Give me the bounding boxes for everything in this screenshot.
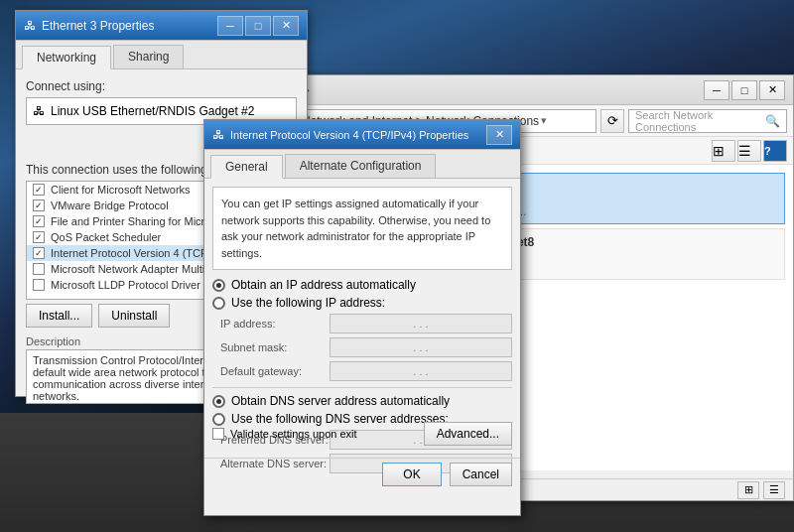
- obtain-ip-auto-row[interactable]: Obtain an IP address automatically: [212, 278, 512, 292]
- section-divider: [212, 387, 512, 388]
- use-following-ip-row[interactable]: Use the following IP address:: [212, 296, 512, 310]
- minimize-button[interactable]: ─: [704, 80, 729, 100]
- tcp-bottom: Validate settings upon exit Advanced... …: [204, 418, 520, 490]
- toolbar-view-icons: ⊞ ☰ ?: [712, 140, 787, 162]
- info-box: You can get IP settings assigned automat…: [212, 187, 512, 270]
- tcp-icon: 🖧: [212, 128, 224, 142]
- validate-label: Validate settings upon exit: [230, 428, 357, 440]
- large-icon-view[interactable]: ⊞: [712, 140, 735, 162]
- item-label-4: Internet Protocol Version 4 (TCP/...: [51, 247, 220, 259]
- use-following-ip-radio[interactable]: [212, 297, 225, 310]
- ok-cancel-row: OK Cancel: [204, 458, 520, 490]
- refresh-button[interactable]: ⟳: [600, 109, 624, 133]
- cancel-button[interactable]: Cancel: [450, 463, 512, 486]
- tcp-window-controls[interactable]: ✕: [486, 125, 512, 145]
- tab-networking[interactable]: Networking: [22, 46, 111, 69]
- uninstall-button[interactable]: Uninstall: [98, 304, 170, 328]
- connect-using-value: Linux USB Ethernet/RNDIS Gadget #2: [51, 104, 254, 118]
- checkbox-4[interactable]: [33, 247, 45, 259]
- search-placeholder: Search Network Connections: [635, 109, 761, 133]
- checkbox-3[interactable]: [33, 231, 45, 243]
- tcpip-properties-window: 🖧 Internet Protocol Version 4 (TCP/IPv4)…: [203, 119, 521, 516]
- obtain-dns-label: Obtain DNS server address automatically: [231, 394, 450, 408]
- install-button[interactable]: Install...: [26, 304, 92, 328]
- checkbox-5[interactable]: [33, 263, 45, 275]
- checkbox-6[interactable]: [33, 279, 45, 291]
- eth-props-tabs: Networking Sharing: [16, 41, 307, 69]
- validate-row: Validate settings upon exit Advanced...: [204, 418, 520, 450]
- ip-fields: IP address: . . . Subnet mask: . . . Def…: [220, 314, 512, 381]
- obtain-dns-radio[interactable]: [212, 395, 225, 408]
- list-view[interactable]: ☰: [737, 140, 761, 162]
- close-button[interactable]: ✕: [759, 80, 785, 100]
- gateway-row: Default gateway: . . .: [220, 361, 512, 381]
- search-icon: 🔍: [765, 114, 780, 128]
- tab-general[interactable]: General: [210, 155, 283, 179]
- tcp-panel: You can get IP settings assigned automat…: [204, 179, 520, 490]
- eth-props-title: 🖧 Ethernet 3 Properties: [24, 19, 154, 33]
- gateway-label: Default gateway:: [220, 365, 330, 377]
- validate-checkbox[interactable]: [212, 428, 224, 440]
- eth-maximize-button[interactable]: □: [245, 16, 271, 36]
- item-label-3: QoS Packet Scheduler: [51, 231, 161, 243]
- subnet-mask-label: Subnet mask:: [220, 341, 330, 353]
- obtain-ip-label: Obtain an IP address automatically: [231, 278, 416, 292]
- gateway-input[interactable]: . . .: [330, 361, 512, 381]
- checkbox-1[interactable]: [33, 200, 45, 211]
- tcp-title: 🖧 Internet Protocol Version 4 (TCP/IPv4)…: [212, 128, 468, 142]
- info-text: You can get IP settings assigned automat…: [221, 198, 490, 259]
- subnet-mask-row: Subnet mask: . . .: [220, 337, 512, 357]
- netconn-titlebar: ↔ ─ □ ✕: [289, 75, 793, 105]
- eth-icon: 🖧: [24, 19, 36, 33]
- tab-sharing[interactable]: Sharing: [113, 45, 184, 68]
- tcp-close-button[interactable]: ✕: [486, 125, 512, 145]
- eth-props-titlebar: 🖧 Ethernet 3 Properties ─ □ ✕: [16, 11, 307, 41]
- ip-radio-group: Obtain an IP address automatically Use t…: [212, 278, 512, 310]
- item-label-6: Microsoft LLDP Protocol Driver: [51, 279, 200, 291]
- list-view-icon[interactable]: ☰: [763, 481, 785, 499]
- ip-address-row: IP address: . . .: [220, 314, 512, 333]
- use-following-ip-label: Use the following IP address:: [231, 296, 385, 310]
- tab-alternate-config[interactable]: Alternate Configuration: [285, 154, 437, 178]
- item-label-2: File and Printer Sharing for Micro...: [51, 215, 220, 227]
- connect-using-label: Connect using:: [26, 79, 297, 93]
- item-label-0: Client for Microsoft Networks: [51, 184, 191, 196]
- statusbar-right-icons: ⊞ ☰: [737, 481, 785, 499]
- help-button[interactable]: ?: [763, 140, 787, 162]
- eth-props-window-controls[interactable]: ─ □ ✕: [217, 16, 299, 36]
- ip-address-input[interactable]: . . .: [330, 314, 512, 333]
- checkbox-0[interactable]: [33, 184, 45, 196]
- breadcrumb-arrow: ▾: [541, 114, 547, 127]
- obtain-dns-auto-row[interactable]: Obtain DNS server address automatically: [212, 394, 512, 408]
- netconn-window-controls[interactable]: ─ □ ✕: [704, 80, 785, 100]
- maximize-button[interactable]: □: [731, 80, 757, 100]
- grid-view-icon[interactable]: ⊞: [737, 481, 759, 499]
- adapter-icon: 🖧: [33, 104, 45, 118]
- tcp-tabs: General Alternate Configuration: [204, 150, 520, 179]
- search-box[interactable]: Search Network Connections 🔍: [628, 109, 787, 133]
- tcp-titlebar: 🖧 Internet Protocol Version 4 (TCP/IPv4)…: [204, 120, 520, 150]
- eth-minimize-button[interactable]: ─: [217, 16, 243, 36]
- checkbox-2[interactable]: [33, 215, 45, 227]
- obtain-ip-radio[interactable]: [212, 279, 225, 292]
- subnet-mask-input[interactable]: . . .: [330, 337, 512, 357]
- item-label-5: Microsoft Network Adapter Multip...: [51, 263, 220, 275]
- item-label-1: VMware Bridge Protocol: [51, 200, 169, 211]
- ok-button[interactable]: OK: [382, 463, 441, 486]
- eth-close-button[interactable]: ✕: [273, 16, 299, 36]
- ip-address-label: IP address:: [220, 318, 330, 330]
- advanced-button[interactable]: Advanced...: [424, 422, 512, 446]
